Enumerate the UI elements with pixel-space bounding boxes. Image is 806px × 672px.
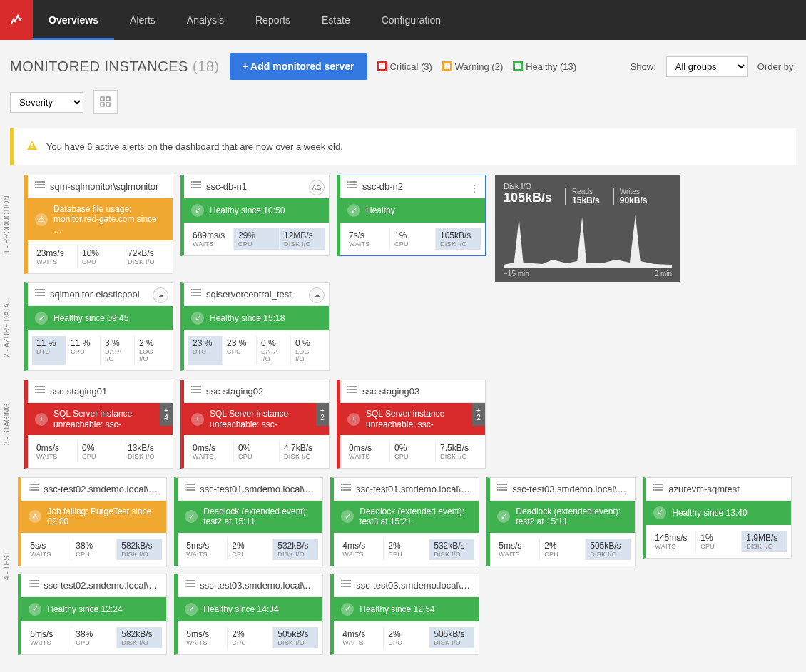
card-menu-icon[interactable]: ⋮ bbox=[470, 183, 479, 193]
metric[interactable]: 1%CPU bbox=[696, 531, 742, 552]
nav-configuration[interactable]: Configuration bbox=[366, 0, 456, 40]
card-header[interactable]: ssc-test02.smdemo.local\… bbox=[21, 478, 166, 501]
metric[interactable]: 0ms/sWAITS bbox=[188, 441, 234, 462]
metric[interactable]: 582kB/sDISK I/O bbox=[117, 627, 162, 648]
metric[interactable]: 0ms/sWAITS bbox=[345, 441, 390, 462]
more-alerts-badge[interactable]: +4 bbox=[160, 403, 173, 426]
metric[interactable]: 5ms/sWAITS bbox=[182, 627, 228, 648]
metric[interactable]: 7s/sWAITS bbox=[345, 228, 390, 250]
status-bar[interactable]: ✓Healthy since 12:24 bbox=[21, 597, 166, 621]
metric[interactable]: 23 %DTU bbox=[188, 336, 223, 365]
metric[interactable]: 0 %DATA I/O bbox=[257, 336, 291, 365]
metric[interactable]: 505kB/sDISK I/O bbox=[586, 539, 631, 560]
more-alerts-badge[interactable]: +2 bbox=[316, 403, 329, 426]
instance-card[interactable]: sqlmonitor-elasticpool☁✓Healthy since 09… bbox=[24, 282, 173, 371]
metric[interactable]: 12MB/sDISK I/O bbox=[280, 228, 325, 250]
metric[interactable]: 1.9MB/sDISK I/O bbox=[742, 531, 787, 552]
card-header[interactable]: sqlmonitor-elasticpool☁ bbox=[28, 283, 173, 306]
metric[interactable]: 2%CPU bbox=[384, 539, 429, 560]
metric[interactable]: 38%CPU bbox=[71, 539, 117, 560]
metric[interactable]: 2 %LOG I/O bbox=[135, 336, 168, 365]
metric[interactable]: 105kB/sDISK I/O bbox=[436, 228, 481, 250]
metric[interactable]: 4ms/sWAITS bbox=[338, 627, 384, 648]
stale-alerts-banner[interactable]: You have 6 active alerts on the dashboar… bbox=[10, 128, 796, 165]
card-header[interactable]: sqlservercentral_test☁ bbox=[184, 283, 329, 306]
status-bar[interactable]: !SQL Server instance unreachable: ssc-+2 bbox=[184, 403, 329, 435]
instance-card[interactable]: ssc-test01.smdemo.local\…✓Deadlock (exte… bbox=[330, 477, 479, 566]
instance-card[interactable]: ssc-test03.smdemo.local\…✓Deadlock (exte… bbox=[486, 477, 636, 566]
grid-view-button[interactable] bbox=[93, 90, 118, 114]
nav-estate[interactable]: Estate bbox=[306, 0, 366, 40]
metric[interactable]: 23ms/sWAITS bbox=[32, 246, 78, 268]
metric[interactable]: 5ms/sWAITS bbox=[494, 539, 540, 560]
status-bar[interactable]: !SQL Server instance unreachable: ssc-+2 bbox=[340, 403, 485, 435]
metric[interactable]: 38%CPU bbox=[71, 627, 117, 648]
metric[interactable]: 532kB/sDISK I/O bbox=[429, 539, 474, 560]
group-filter-select[interactable]: All groups bbox=[666, 56, 748, 77]
metric[interactable]: 5s/sWAITS bbox=[26, 539, 71, 560]
status-bar[interactable]: ✓Healthy since 13:40 bbox=[646, 501, 791, 525]
metric[interactable]: 4.7kB/sDISK I/O bbox=[280, 441, 325, 462]
status-bar[interactable]: ✓Healthy bbox=[340, 198, 485, 223]
metric[interactable]: 0%CPU bbox=[390, 441, 436, 462]
status-bar[interactable]: ✓Healthy since 12:54 bbox=[334, 597, 479, 621]
metric[interactable]: 23 %CPU bbox=[223, 336, 257, 365]
nav-analysis[interactable]: Analysis bbox=[171, 0, 240, 40]
metric[interactable]: 0 %LOG I/O bbox=[291, 336, 325, 365]
status-bar[interactable]: ⚠Job failing: PurgeTest since 02:00 bbox=[21, 501, 166, 533]
card-header[interactable]: ssc-staging02 bbox=[184, 380, 329, 403]
instance-card[interactable]: sqlservercentral_test☁✓Healthy since 15:… bbox=[180, 282, 330, 371]
metric[interactable]: 0%CPU bbox=[78, 441, 123, 462]
metric[interactable]: 2%CPU bbox=[228, 539, 273, 560]
legend-warning[interactable]: Warning (2) bbox=[442, 61, 503, 72]
status-bar[interactable]: ✓Healthy since 15:18 bbox=[184, 306, 329, 330]
instance-card[interactable]: ssc-staging02!SQL Server instance unreac… bbox=[180, 380, 330, 469]
metric[interactable]: 13kB/sDISK I/O bbox=[123, 441, 168, 462]
card-header[interactable]: ssc-test01.smdemo.local\… bbox=[334, 478, 479, 501]
metric[interactable]: 72kB/sDISK I/O bbox=[123, 246, 168, 268]
card-header[interactable]: ssc-test03.smdemo.local\… bbox=[490, 478, 635, 501]
order-by-select[interactable]: Severity bbox=[10, 92, 83, 113]
metric[interactable]: 7.5kB/sDISK I/O bbox=[436, 441, 481, 462]
nav-reports[interactable]: Reports bbox=[240, 0, 306, 40]
instance-card[interactable]: azurevm-sqmtest✓Healthy since 13:40145ms… bbox=[643, 477, 792, 559]
instance-card[interactable]: ssc-staging01!SQL Server instance unreac… bbox=[24, 380, 173, 469]
metric[interactable]: 2%CPU bbox=[228, 627, 273, 648]
more-alerts-badge[interactable]: +2 bbox=[472, 403, 485, 426]
card-header[interactable]: ssc-test03.smdemo.local\… bbox=[334, 574, 479, 597]
metric[interactable]: 1%CPU bbox=[390, 228, 436, 250]
status-bar[interactable]: ✓Healthy since 10:50 bbox=[184, 198, 329, 223]
card-header[interactable]: ssc-test02.smdemo.local\… bbox=[21, 574, 166, 597]
card-header[interactable]: ssc-staging01 bbox=[28, 380, 173, 403]
metric[interactable]: 505kB/sDISK I/O bbox=[429, 627, 474, 648]
instance-card[interactable]: ssc-staging03!SQL Server instance unreac… bbox=[337, 380, 486, 469]
instance-card[interactable]: ssc-test03.smdemo.local\…✓Healthy since … bbox=[174, 574, 323, 655]
legend-healthy[interactable]: Healthy (13) bbox=[513, 61, 576, 72]
card-header[interactable]: ssc-db-n2⋮ bbox=[340, 175, 485, 198]
card-header[interactable]: ssc-db-n1AG bbox=[184, 175, 329, 198]
metric[interactable]: 689ms/sWAITS bbox=[188, 228, 234, 250]
instance-card[interactable]: ssc-db-n1AG✓Healthy since 10:50689ms/sWA… bbox=[180, 175, 330, 256]
status-bar[interactable]: ✓Deadlock (extended event): test2 at 15:… bbox=[490, 501, 635, 533]
instance-card[interactable]: sqm-sqlmonitor\sqlmonitor⚠Database file … bbox=[24, 175, 173, 274]
metric[interactable]: 145ms/sWAITS bbox=[651, 531, 696, 552]
status-bar[interactable]: !SQL Server instance unreachable: ssc-+4 bbox=[28, 403, 173, 435]
instance-card[interactable]: ssc-test03.smdemo.local\…✓Healthy since … bbox=[330, 574, 479, 655]
status-bar[interactable]: ⚠Database file usage: monitor.red-gate.c… bbox=[28, 198, 173, 240]
metric[interactable]: 29%CPU bbox=[234, 228, 280, 250]
instance-card[interactable]: ssc-db-n2⋮✓Healthy7s/sWAITS1%CPU105kB/sD… bbox=[337, 175, 486, 256]
metric[interactable]: 3 %DATA I/O bbox=[101, 336, 135, 365]
metric[interactable]: 505kB/sDISK I/O bbox=[273, 627, 318, 648]
legend-critical[interactable]: Critical (3) bbox=[377, 61, 432, 72]
status-bar[interactable]: ✓Healthy since 09:45 bbox=[28, 306, 173, 330]
metric[interactable]: 2%CPU bbox=[384, 627, 429, 648]
metric[interactable]: 6ms/sWAITS bbox=[26, 627, 71, 648]
card-header[interactable]: sqm-sqlmonitor\sqlmonitor bbox=[28, 175, 173, 198]
card-header[interactable]: ssc-test03.smdemo.local\… bbox=[178, 574, 322, 597]
status-bar[interactable]: ✓Deadlock (extended event): test2 at 15:… bbox=[178, 501, 322, 533]
card-header[interactable]: ssc-staging03 bbox=[340, 380, 485, 403]
nav-overviews[interactable]: Overviews bbox=[33, 0, 114, 40]
nav-alerts[interactable]: Alerts bbox=[114, 0, 171, 40]
instance-card[interactable]: ssc-test01.smdemo.local\…✓Deadlock (exte… bbox=[174, 477, 323, 566]
metric[interactable]: 4ms/sWAITS bbox=[338, 539, 384, 560]
